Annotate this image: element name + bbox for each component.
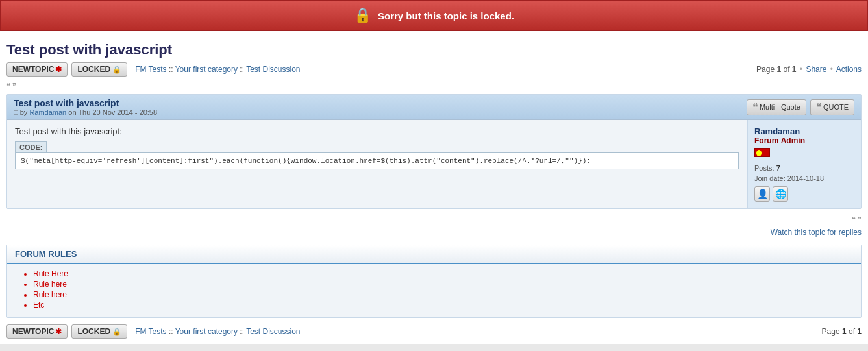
bottom-lock-icon: 🔒 xyxy=(112,328,121,336)
author-name: Ramdaman xyxy=(754,127,854,136)
post-header-right: ❝ Multi - Quote ❝ QUOTE xyxy=(747,99,854,115)
forum-rules-header: FORUM RULES xyxy=(7,245,861,264)
rule-1: Rule Here xyxy=(33,269,848,278)
toolbar-left: NEWTOPIC ✱ LOCKED 🔒 FM Tests :: Your fir… xyxy=(6,62,301,77)
pagination-text: Page 1 of 1 xyxy=(756,65,799,74)
post-header: Test post with javascript □ by Ramdaman … xyxy=(7,95,861,120)
banner-text: Sorry but this topic is locked. xyxy=(378,10,514,21)
bottom-breadcrumb-test-discussion[interactable]: Test Discussion xyxy=(246,327,300,336)
forum-rules-body: Rule Here Rule here Rule here Etc xyxy=(7,264,861,317)
new-topic-label: NEWTOPIC xyxy=(12,65,54,74)
page-title: Test post with javascript xyxy=(6,42,862,58)
breadcrumb-first-category[interactable]: Your first category xyxy=(175,65,238,74)
quote-label: QUOTE xyxy=(823,103,849,111)
multiquote-button[interactable]: ❝ Multi - Quote xyxy=(747,99,806,115)
quote-nav-bottom: ❝ ❞ xyxy=(6,214,862,225)
author-role: Forum Admin xyxy=(754,136,854,145)
share-link[interactable]: Share xyxy=(806,65,826,74)
lock-icon: 🔒 xyxy=(354,7,371,24)
lock-small-icon: 🔒 xyxy=(112,66,121,74)
post-content: Test post with this javascript: CODE: $(… xyxy=(7,120,747,208)
multiquote-label: Multi - Quote xyxy=(760,103,800,111)
bottom-breadcrumb: FM Tests :: Your first category :: Test … xyxy=(135,327,300,336)
author-role-prefix: Forum xyxy=(754,136,778,145)
bottom-toolbar-left: NEWTOPIC ✱ LOCKED 🔒 FM Tests :: Your fir… xyxy=(6,324,301,339)
watch-row: Watch this topic for replies xyxy=(6,225,862,242)
bottom-star-icon: ✱ xyxy=(55,327,62,336)
bottom-toolbar: NEWTOPIC ✱ LOCKED 🔒 FM Tests :: Your fir… xyxy=(6,324,862,339)
author-posts: Posts: 7 xyxy=(754,164,854,172)
post-title[interactable]: Test post with javascript xyxy=(14,98,157,108)
rule-4: Etc xyxy=(33,300,848,309)
breadcrumb-fm-tests[interactable]: FM Tests xyxy=(135,65,166,74)
post-body-text: Test post with this javascript: xyxy=(15,127,739,136)
forum-rules-list: Rule Here Rule here Rule here Etc xyxy=(27,269,848,309)
bottom-locked-label: LOCKED xyxy=(77,327,110,336)
quote-button[interactable]: ❝ QUOTE xyxy=(810,99,854,115)
post-sidebar: Ramdaman Forum Admin Posts: 7 Join date:… xyxy=(747,120,861,208)
code-block: $("meta[http-equiv='refresh'][content]:f… xyxy=(15,152,739,169)
flag-icon xyxy=(754,148,770,157)
bottom-new-topic-button[interactable]: NEWTOPIC ✱ xyxy=(6,324,68,339)
breadcrumb: FM Tests :: Your first category :: Test … xyxy=(135,65,300,74)
star-icon: ✱ xyxy=(55,65,62,74)
rule-3: Rule here xyxy=(33,290,848,299)
author-role-value: Admin xyxy=(781,136,805,145)
actions-link[interactable]: Actions xyxy=(836,65,862,74)
bottom-breadcrumb-fm-tests[interactable]: FM Tests xyxy=(135,327,166,336)
bottom-new-topic-label: NEWTOPIC xyxy=(12,327,54,336)
breadcrumb-test-discussion[interactable]: Test Discussion xyxy=(246,65,300,74)
post-header-left: Test post with javascript □ by Ramdaman … xyxy=(14,98,157,116)
quote-nav-top: ❝ ❞ xyxy=(6,80,862,91)
watch-topic-link[interactable]: Watch this topic for replies xyxy=(771,228,862,237)
locked-label: LOCKED xyxy=(77,65,110,74)
forum-rules-box: FORUM RULES Rule Here Rule here Rule her… xyxy=(6,245,862,318)
bottom-breadcrumb-sep2: :: xyxy=(240,327,246,336)
bottom-breadcrumb-first-category[interactable]: Your first category xyxy=(175,327,238,336)
rule-2: Rule here xyxy=(33,280,848,289)
breadcrumb-sep1: :: xyxy=(169,65,175,74)
post-date: on Thu 20 Nov 2014 - 20:58 xyxy=(68,108,157,116)
locked-banner: 🔒 Sorry but this topic is locked. xyxy=(0,0,868,31)
bottom-breadcrumb-sep1: :: xyxy=(169,327,175,336)
top-toolbar: NEWTOPIC ✱ LOCKED 🔒 FM Tests :: Your fir… xyxy=(6,62,862,77)
post-body-row: Test post with this javascript: CODE: $(… xyxy=(7,120,861,208)
post-author-link[interactable]: Ramdaman xyxy=(29,108,66,116)
author-website-button[interactable]: 🌐 xyxy=(773,186,788,202)
toolbar-right: Page 1 of 1 • Share • Actions xyxy=(756,65,862,74)
code-label: CODE: xyxy=(15,141,47,152)
new-topic-button[interactable]: NEWTOPIC ✱ xyxy=(6,62,68,77)
bottom-locked-button[interactable]: LOCKED 🔒 xyxy=(71,324,127,339)
post-container: Test post with javascript □ by Ramdaman … xyxy=(6,94,862,209)
author-profile-button[interactable]: 👤 xyxy=(754,186,770,202)
post-meta: □ by Ramdaman on Thu 20 Nov 2014 - 20:58 xyxy=(14,108,157,116)
bottom-pagination: Page 1 of 1 xyxy=(822,327,862,336)
locked-button[interactable]: LOCKED 🔒 xyxy=(71,62,127,77)
author-links: 👤 🌐 xyxy=(754,186,854,202)
author-join: Join date: 2014-10-18 xyxy=(754,175,854,182)
breadcrumb-sep2: :: xyxy=(240,65,246,74)
